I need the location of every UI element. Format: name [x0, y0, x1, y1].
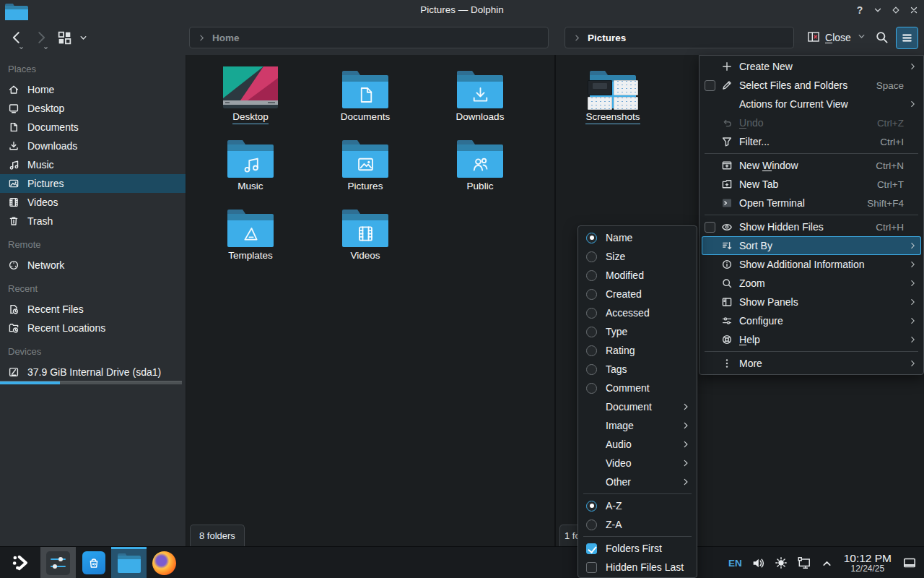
radio-button[interactable] [586, 345, 597, 356]
folder-item-public[interactable]: Public [426, 131, 534, 201]
folder-item-downloads[interactable]: Downloads [426, 62, 534, 131]
brightness-icon[interactable] [775, 556, 788, 569]
sidebar-item-network[interactable]: Network [0, 256, 186, 275]
menu-item-more[interactable]: More [699, 354, 923, 373]
radio-button[interactable] [586, 251, 597, 262]
submenu-item-folders-first[interactable]: Folders First [578, 539, 697, 558]
submenu-item-tags[interactable]: Tags [578, 360, 697, 379]
location-bar-left[interactable]: Home [189, 27, 549, 48]
submenu-item-video[interactable]: Video [578, 454, 697, 473]
sidebar-item-documents[interactable]: Documents [0, 118, 186, 137]
folder-view-left[interactable]: DesktopDocumentsDownloadsMusicPicturesPu… [186, 55, 554, 546]
folder-item-pictures[interactable]: Pictures [311, 131, 419, 201]
task-dolphin[interactable] [111, 547, 147, 578]
submenu-item-size[interactable]: Size [578, 247, 697, 266]
app-launcher-button[interactable] [7, 551, 35, 575]
submenu-item-other[interactable]: Other [578, 473, 697, 491]
forward-dropdown-caret-icon[interactable] [43, 41, 49, 54]
folder-item-desktop[interactable]: Desktop [196, 62, 305, 131]
view-mode-caret-icon[interactable] [78, 33, 89, 43]
menu-item-show-additional-information[interactable]: Show Additional Information [699, 255, 923, 274]
radio-button[interactable] [586, 519, 597, 530]
sidebar-item-music[interactable]: Music [0, 155, 186, 174]
menu-item-new-tab[interactable]: New TabCtrl+T [699, 175, 923, 194]
sidebar-item-home[interactable]: Home [0, 80, 186, 99]
maximize-window-button[interactable] [890, 4, 902, 16]
menu-item-help[interactable]: Help [699, 330, 923, 349]
radio-button[interactable] [586, 383, 597, 394]
menu-item-show-panels[interactable]: Show Panels [699, 293, 923, 311]
menu-item-undo[interactable]: UndoCtrl+Z [699, 113, 923, 132]
radio-button[interactable] [586, 501, 597, 512]
task-discover[interactable] [76, 547, 111, 578]
sidebar-item-recent-locations[interactable]: Recent Locations [0, 319, 186, 337]
menu-item-configure[interactable]: Configure [699, 311, 923, 330]
submenu-item-z-a[interactable]: Z-A [578, 515, 697, 534]
location-bar-right[interactable]: Pictures [565, 27, 794, 48]
sidebar-item-videos[interactable]: Videos [0, 193, 186, 212]
submenu-item-type[interactable]: Type [578, 322, 697, 341]
menu-item-sort-by[interactable]: Sort By [702, 236, 921, 255]
folder-item-videos[interactable]: Videos [311, 201, 419, 270]
folder-item-templates[interactable]: Templates [196, 201, 305, 270]
close-split-view-button[interactable]: Close [807, 27, 867, 48]
radio-button[interactable] [586, 233, 597, 243]
submenu-item-created[interactable]: Created [578, 285, 697, 303]
notifications-icon[interactable] [902, 556, 917, 570]
submenu-item-modified[interactable]: Modified [578, 266, 697, 285]
hamburger-menu-button[interactable] [896, 27, 918, 49]
menu-item-create-new[interactable]: Create New [699, 57, 923, 76]
submenu-item-document[interactable]: Document [578, 397, 697, 416]
submenu-item-image[interactable]: Image [578, 416, 697, 435]
clock[interactable]: 10:12 PM 12/24/25 [844, 553, 892, 574]
submenu-item-a-z[interactable]: A-Z [578, 496, 697, 515]
breadcrumb-left[interactable]: Home [212, 33, 240, 43]
folder-item-documents[interactable]: Documents [311, 62, 419, 131]
submenu-item-accessed[interactable]: Accessed [578, 303, 697, 322]
submenu-item-rating[interactable]: Rating [578, 341, 697, 360]
radio-button[interactable] [586, 289, 597, 300]
minimize-window-button[interactable] [872, 4, 884, 16]
keyboard-layout-indicator[interactable]: EN [728, 558, 742, 569]
back-dropdown-caret-icon[interactable] [18, 41, 25, 54]
submenu-item-comment[interactable]: Comment [578, 379, 697, 397]
menu-item-new-window[interactable]: New WindowCtrl+N [699, 156, 923, 175]
help-window-button[interactable]: ? [854, 4, 866, 16]
view-mode-button[interactable] [58, 31, 71, 45]
sidebar-item-downloads[interactable]: Downloads [0, 137, 186, 155]
sidebar-item-desktop[interactable]: Desktop [0, 99, 186, 118]
sidebar-item-pictures[interactable]: Pictures [0, 174, 186, 193]
sidebar-item-37-9-gib-internal-drive-sda1[interactable]: 37.9 GiB Internal Drive (sda1) [0, 363, 182, 381]
radio-button[interactable] [586, 327, 597, 337]
tray-expand-caret-icon[interactable] [821, 557, 833, 569]
menu-item-actions-for-current-view[interactable]: Actions for Current View [699, 95, 923, 113]
titlebar[interactable]: Pictures — Dolphin ? [0, 0, 924, 20]
radio-button[interactable] [586, 364, 597, 375]
checkbox[interactable] [586, 562, 597, 573]
split-close-caret-icon[interactable] [856, 31, 867, 44]
checkbox[interactable] [705, 222, 715, 233]
folder-item-music[interactable]: Music [196, 131, 305, 201]
checkbox[interactable] [586, 543, 597, 554]
menu-item-filter[interactable]: Filter...Ctrl+I [699, 132, 923, 151]
menu-item-zoom[interactable]: Zoom [699, 274, 923, 293]
sidebar-item-trash[interactable]: Trash [0, 212, 186, 230]
sidebar-item-recent-files[interactable]: Recent Files [0, 300, 186, 319]
display-icon[interactable] [797, 556, 811, 570]
close-window-button[interactable] [908, 4, 920, 16]
search-button[interactable] [875, 30, 889, 47]
menu-item-open-terminal[interactable]: Open TerminalShift+F4 [699, 194, 923, 212]
radio-button[interactable] [586, 270, 597, 281]
submenu-item-hidden-files-last[interactable]: Hidden Files Last [578, 558, 697, 577]
submenu-item-name[interactable]: Name [578, 228, 697, 247]
task-system-settings[interactable] [40, 547, 76, 578]
menu-item-show-hidden-files[interactable]: Show Hidden FilesCtrl+H [699, 217, 923, 236]
folder-item-screenshots[interactable]: Screenshots [559, 62, 667, 131]
task-firefox[interactable] [147, 547, 182, 578]
radio-button[interactable] [586, 308, 597, 319]
menu-item-select-files-and-folders[interactable]: Select Files and FoldersSpace [699, 76, 923, 95]
volume-icon[interactable] [751, 556, 765, 570]
submenu-item-audio[interactable]: Audio [578, 435, 697, 454]
breadcrumb-right[interactable]: Pictures [588, 33, 626, 43]
checkbox[interactable] [705, 80, 715, 91]
